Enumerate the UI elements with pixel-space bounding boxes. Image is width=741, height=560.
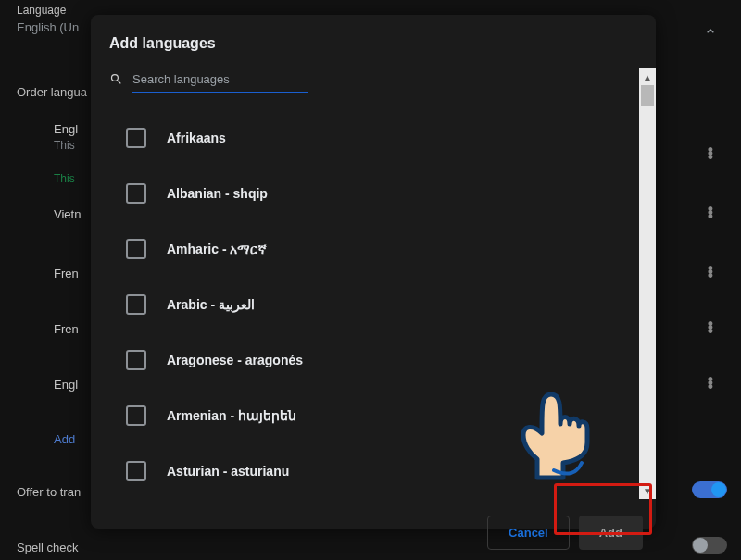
language-list: Afrikaans Albanian - shqip Amharic - አማር… [107,110,652,499]
checkbox[interactable] [126,183,146,204]
checkbox[interactable] [126,461,146,481]
language-option[interactable]: Aragonese - aragonés [107,332,652,388]
checkbox[interactable] [126,405,146,426]
language-option[interactable]: Arabic - العربية [107,277,652,332]
search-input[interactable] [132,68,308,93]
language-label: Armenian - հայերեն [167,408,296,423]
language-label: Aragonese - aragonés [167,353,303,367]
language-label: Afrikaans [167,131,226,145]
language-label: Amharic - አማርኛ [167,242,267,257]
kebab-icon[interactable]: ••• [708,378,713,389]
checkbox[interactable] [126,239,146,259]
spell-check-toggle[interactable] [692,537,727,554]
offer-translate-toggle[interactable] [692,481,727,498]
language-option[interactable]: Asturian - asturianu [107,443,652,499]
add-button[interactable]: Add [579,516,643,550]
language-label: Albanian - shqip [167,186,268,201]
search-icon [109,72,123,90]
kebab-icon[interactable]: ••• [708,267,713,278]
kebab-icon[interactable]: ••• [708,207,713,218]
kebab-icon[interactable]: ••• [708,322,713,333]
scroll-down-icon[interactable]: ▼ [639,482,656,499]
language-label: Arabic - العربية [167,297,255,312]
language-option[interactable]: Afrikaans [107,110,652,166]
checkbox[interactable] [126,128,146,148]
language-label: Asturian - asturianu [167,464,289,479]
scrollbar[interactable]: ▲ ▼ [639,68,656,499]
cancel-button[interactable]: Cancel [487,516,570,550]
scroll-thumb[interactable] [641,85,654,106]
checkbox[interactable] [126,294,146,315]
scroll-up-icon[interactable]: ▲ [639,68,656,85]
kebab-icon[interactable]: ••• [708,148,713,159]
language-option[interactable]: Armenian - հայերեն [107,388,652,443]
language-option[interactable]: Albanian - shqip [107,166,652,221]
language-option[interactable]: Amharic - አማርኛ [107,221,652,277]
checkbox[interactable] [126,350,146,370]
add-languages-modal: Add languages Afrikaans Albanian - shqip [91,15,656,529]
modal-title: Add languages [91,15,656,68]
